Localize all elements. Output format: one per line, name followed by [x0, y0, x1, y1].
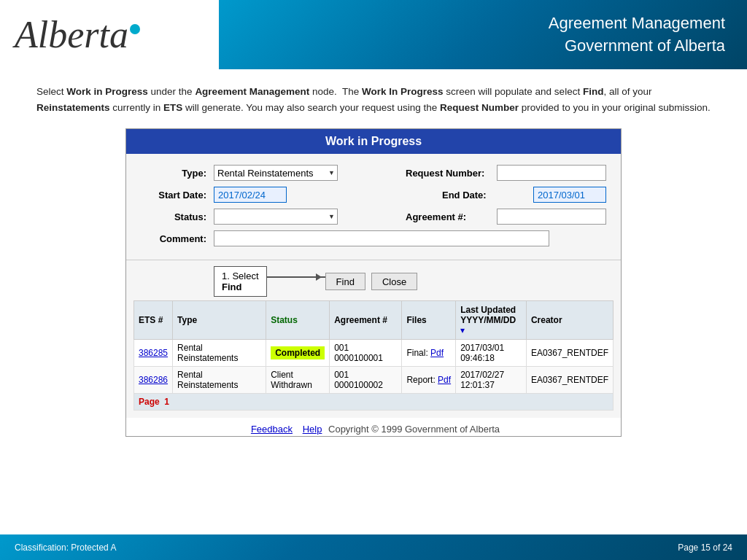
cell-creator-1: EA0367_RENTDEF [526, 340, 613, 367]
header-banner: Agreement Management Government of Alber… [219, 0, 747, 69]
cell-files-2: Report: Pdf [402, 367, 456, 394]
cell-ets-1: 386285 [134, 340, 173, 367]
pdf-link-2[interactable]: Pdf [438, 375, 451, 385]
cell-type-2: Rental Reinstatements [173, 367, 266, 394]
results-table: ETS # Type Status Agreement # Files Last… [133, 300, 614, 411]
find-button[interactable]: Find [325, 273, 365, 290]
type-label: Type: [141, 168, 206, 179]
bottom-bar: Classification: Protected A Page 15 of 2… [0, 534, 747, 560]
agreement-label: Agreement #: [406, 211, 489, 222]
footer-links: Feedback Help Copyright © 1999 Governmen… [126, 418, 621, 436]
ets-link-2[interactable]: 386286 [139, 375, 168, 385]
cell-updated-1: 2017/03/0109:46:18 [456, 340, 527, 367]
status-select-wrapper[interactable] [214, 209, 338, 225]
request-number-label: Request Number: [406, 168, 489, 179]
page-info-label: Page 15 of 24 [678, 542, 732, 553]
callout-text: 1. SelectFind [222, 271, 259, 292]
col-creator: Creator [526, 301, 613, 340]
table-row: 386285 Rental Reinstatements Completed 0… [134, 340, 614, 367]
action-row: 1. SelectFind Find Close [126, 260, 621, 300]
form-row-type: Type: Rental Reinstatements Request Numb… [141, 165, 606, 181]
feedback-link[interactable]: Feedback [251, 424, 293, 435]
form-row-dates: Start Date: End Date: [141, 187, 606, 203]
type-select-wrapper[interactable]: Rental Reinstatements [214, 165, 338, 181]
cell-agreement-2: 001 0000100002 [330, 367, 402, 394]
form-area: Type: Rental Reinstatements Request Numb… [126, 154, 621, 260]
form-row-comment: Comment: [141, 230, 606, 246]
agreement-input[interactable] [497, 209, 606, 225]
end-date-input[interactable] [533, 187, 606, 203]
form-row-status: Status: Agreement #: [141, 209, 606, 225]
page-info-cell: Page 1 [134, 394, 614, 411]
header-title: Agreement Management Government of Alber… [549, 12, 725, 58]
wip-header: Work in Progress [126, 129, 621, 154]
wip-panel: Work in Progress Type: Rental Reinstatem… [125, 128, 622, 437]
comment-label: Comment: [141, 233, 206, 244]
status-label: Status: [141, 211, 206, 222]
logo-text: Alberta [15, 13, 140, 56]
col-status: Status [266, 301, 330, 340]
close-button[interactable]: Close [371, 273, 417, 290]
page-row: Page 1 [134, 394, 614, 411]
status-badge-completed: Completed [271, 346, 325, 359]
col-agreement: Agreement # [330, 301, 402, 340]
start-date-label: Start Date: [141, 190, 206, 201]
cell-updated-2: 2017/02/2712:01:37 [456, 367, 527, 394]
results-area: ETS # Type Status Agreement # Files Last… [126, 300, 621, 418]
help-link[interactable]: Help [303, 424, 322, 435]
end-date-label: End Date: [442, 190, 526, 201]
status-select[interactable] [214, 209, 338, 225]
cell-creator-2: EA0367_RENTDEF [526, 367, 613, 394]
copyright-text: Copyright © 1999 Government of Alberta [328, 424, 500, 435]
comment-input[interactable] [214, 230, 549, 246]
cell-agreement-1: 001 0000100001 [330, 340, 402, 367]
pdf-link-1[interactable]: Pdf [430, 348, 444, 358]
classification-label: Classification: Protected A [15, 542, 116, 553]
request-number-input[interactable] [497, 165, 606, 181]
logo-dot [130, 24, 140, 34]
col-ets: ETS # [134, 301, 173, 340]
type-select[interactable]: Rental Reinstatements [214, 165, 338, 181]
col-type: Type [173, 301, 266, 340]
col-files: Files [402, 301, 456, 340]
cell-status-1: Completed [266, 340, 330, 367]
intro-paragraph: Select Work in Progress under the Agreem… [36, 84, 711, 115]
page-number: 1 [164, 397, 169, 407]
cell-status-2: ClientWithdrawn [266, 367, 330, 394]
start-date-input[interactable] [214, 187, 287, 203]
table-header-row: ETS # Type Status Agreement # Files Last… [134, 301, 614, 340]
cell-type-1: Rental Reinstatements [173, 340, 266, 367]
logo-area: Alberta [0, 0, 219, 69]
table-row: 386286 Rental Reinstatements ClientWithd… [134, 367, 614, 394]
header: Alberta Agreement Management Government … [0, 0, 747, 69]
col-last-updated: Last UpdatedYYYY/MM/DD ▾ [456, 301, 527, 340]
cell-ets-2: 386286 [134, 367, 173, 394]
cell-files-1: Final: Pdf [402, 340, 456, 367]
callout-arrow [267, 276, 325, 278]
main-content: Select Work in Progress under the Agreem… [0, 69, 747, 444]
callout-box: 1. SelectFind [214, 266, 267, 297]
ets-link-1[interactable]: 386285 [139, 348, 168, 358]
